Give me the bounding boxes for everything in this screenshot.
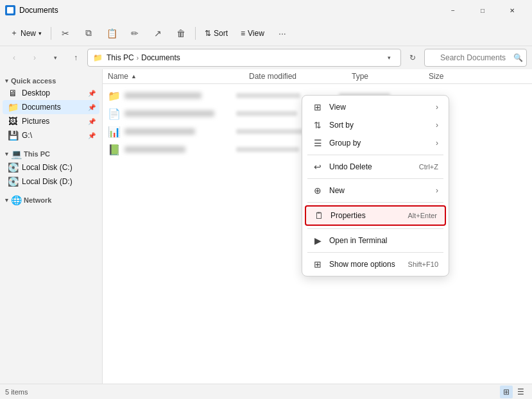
filename-blurred: [124, 128, 195, 135]
delete-button[interactable]: 🗑: [171, 23, 191, 44]
refresh-button[interactable]: ↻: [404, 49, 422, 67]
file-name-cell: 📁: [108, 90, 236, 102]
ctx-view[interactable]: ⊞ View ›: [305, 98, 446, 116]
titlebar-title: Documents: [19, 6, 58, 15]
file-icon3: 📗: [108, 144, 121, 156]
ctx-new[interactable]: ⊕ New ›: [305, 182, 446, 200]
ctx-new-label: New: [329, 186, 345, 195]
breadcrumb-thispc[interactable]: This PC: [107, 53, 134, 62]
this-pc-chevron: ▾: [5, 151, 8, 157]
close-button[interactable]: ✕: [497, 0, 527, 21]
ctx-sep-1: [307, 155, 443, 155]
file-name-cell: 📄: [108, 108, 236, 120]
column-type[interactable]: Type: [352, 72, 429, 81]
maximize-button[interactable]: □: [468, 0, 497, 21]
breadcrumb-documents[interactable]: Documents: [141, 53, 180, 62]
sort-arrow-icon: ›: [436, 121, 438, 130]
pictures-pin-icon: 📌: [88, 118, 96, 125]
column-date[interactable]: Date modified: [249, 72, 352, 81]
ctx-properties[interactable]: 🗒 Properties Alt+Enter: [305, 205, 446, 226]
address-bar[interactable]: 📁 This PC › Documents ▾: [87, 49, 401, 67]
cut-button[interactable]: ✂: [55, 23, 76, 44]
ctx-group-label: Group by: [329, 139, 361, 148]
file-icon: 📄: [108, 108, 121, 120]
new-label: New: [21, 29, 36, 38]
ctx-sep-4: [307, 228, 443, 229]
this-pc-section[interactable]: ▾ 💻 This PC: [0, 146, 102, 160]
network-chevron: ▾: [5, 197, 8, 203]
view-toggle: ⊞ ☰: [500, 386, 527, 398]
network-label: Network: [24, 196, 51, 204]
new-chevron: ▾: [39, 30, 42, 37]
sidebar-item-documents[interactable]: 📁 Documents 📌: [3, 100, 99, 114]
network-icon: 🌐: [11, 195, 21, 205]
sidebar-item-g-drive[interactable]: 💾 G:\ 📌: [3, 128, 99, 142]
titlebar-controls: − □ ✕: [438, 0, 527, 21]
undo-ctx-icon: ↩: [313, 162, 323, 172]
ctx-show-more[interactable]: ⊞ Show more options Shift+F10: [305, 255, 446, 273]
titlebar: Documents − □ ✕: [0, 0, 532, 21]
sidebar: ▾ Quick access 🖥 Desktop 📌 📁 Documents 📌…: [0, 69, 103, 384]
ctx-group-by[interactable]: ☰ Group by ›: [305, 134, 446, 152]
titlebar-left: Documents: [5, 5, 58, 15]
back-button[interactable]: ‹: [5, 49, 23, 67]
paste-button[interactable]: 📋: [101, 23, 122, 44]
ctx-sort-label: Sort by: [329, 121, 354, 130]
view-label: View: [248, 29, 264, 38]
list-view-button[interactable]: ☰: [514, 386, 527, 398]
share-button[interactable]: ↗: [148, 23, 168, 44]
column-size[interactable]: Size: [429, 72, 480, 81]
breadcrumb-sep: ›: [137, 55, 139, 62]
rename-button[interactable]: ✏: [124, 23, 145, 44]
sidebar-item-local-c[interactable]: 💽 Local Disk (C:): [3, 160, 99, 174]
sidebar-item-local-d[interactable]: 💽 Local Disk (D:): [3, 174, 99, 189]
statusbar: 5 items ⊞ ☰: [0, 384, 532, 399]
ctx-new-left: ⊕ New: [313, 185, 345, 196]
ctx-props-label: Properties: [330, 211, 366, 220]
col-name-label: Name: [108, 72, 128, 81]
new-button[interactable]: ＋ New ▾: [5, 23, 47, 44]
grid-view-button[interactable]: ⊞: [500, 386, 513, 398]
view-button[interactable]: ≡ View: [236, 23, 270, 44]
folder-icon-small: 📁: [93, 53, 103, 62]
file-area: Name ▲ Date modified Type Size 📁: [103, 69, 532, 384]
items-count: 5 items: [5, 388, 28, 396]
local-c-label: Local Disk (C:): [22, 163, 73, 172]
sort-button[interactable]: ⇅ Sort: [200, 23, 233, 44]
local-c-icon: 💽: [8, 162, 18, 173]
sidebar-item-desktop[interactable]: 🖥 Desktop 📌: [3, 86, 99, 100]
local-d-label: Local Disk (D:): [22, 177, 73, 186]
network-section[interactable]: ▾ 🌐 Network: [0, 192, 102, 207]
folder-icon: 📁: [108, 90, 121, 102]
col-size-label: Size: [429, 72, 443, 81]
desktop-label: Desktop: [22, 89, 50, 98]
documents-label: Documents: [22, 103, 61, 112]
undo-shortcut: Ctrl+Z: [419, 163, 438, 171]
forward-button[interactable]: ›: [26, 49, 44, 67]
new-icon: ＋: [10, 28, 18, 38]
ctx-open-terminal[interactable]: ▶ Open in Terminal: [305, 232, 446, 250]
more-button[interactable]: ···: [272, 23, 293, 44]
recent-button[interactable]: ▾: [46, 49, 64, 67]
copy-button[interactable]: ⧉: [78, 23, 99, 44]
filename-blurred: [124, 92, 202, 99]
new-ctx-icon: ⊕: [313, 185, 323, 196]
column-name[interactable]: Name ▲: [108, 72, 249, 81]
date-blurred: [236, 147, 299, 152]
toolbar-sep-2: [195, 27, 196, 40]
ctx-sep-3: [307, 202, 443, 203]
file-name-cell: 📗: [108, 144, 236, 156]
g-drive-pin-icon: 📌: [88, 132, 96, 139]
toolbar-sep-1: [51, 27, 51, 40]
quick-access-section[interactable]: ▾ Quick access: [0, 74, 102, 86]
sidebar-item-pictures[interactable]: 🖼 Pictures 📌: [3, 114, 99, 128]
minimize-button[interactable]: −: [438, 0, 468, 21]
local-d-icon: 💽: [8, 176, 18, 187]
computer-icon: 💻: [11, 149, 21, 159]
search-input[interactable]: [424, 49, 527, 67]
addressbar: ‹ › ▾ ↑ 📁 This PC › Documents ▾ ↻ 🔍: [0, 46, 532, 69]
ctx-undo-delete[interactable]: ↩ Undo Delete Ctrl+Z: [305, 158, 446, 176]
address-dropdown[interactable]: ▾: [382, 51, 395, 64]
up-button[interactable]: ↑: [67, 49, 85, 67]
ctx-sort-by[interactable]: ⇅ Sort by ›: [305, 116, 446, 134]
